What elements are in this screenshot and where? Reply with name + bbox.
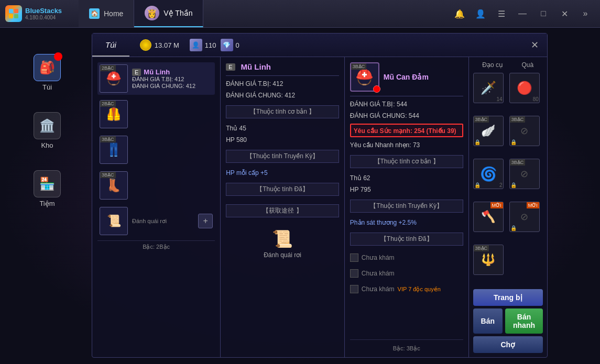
unchecked-label-3: Chưa khám [362,285,395,293]
stat-icon-1: 👤 [190,39,202,51]
equip-slot-4[interactable]: 3BẠC ⊘ 🔒 [509,116,540,146]
unchecked-label-1: Chưa khám [362,254,395,261]
equip-slot-2[interactable]: 🔴 80 [509,73,540,103]
equip-slot-7[interactable]: MỚI 🪓 [473,202,504,232]
left-sidebar: 🎒 Túi 🏛️ Kho 🏪 Tiệm [0,28,94,364]
svg-rect-3 [14,14,18,18]
right-stat-tb: ĐÁNH GIÁ T.BỊ: 544 [350,101,463,108]
bluestacks-logo: BlueStacks 4.180.0.4004 [0,5,79,22]
menu-button[interactable]: ☰ [492,4,511,23]
vip-label: VIP 7 độc quyền [398,286,441,293]
equip-slot-6[interactable]: 3BẠC ⊘ 🔒 [509,159,540,189]
right-detail-panel: 3BẠC ⛑️ Mũ Can Đảm ĐÁNH GIÁ T.BỊ: 544 ĐÁ… [345,57,469,357]
unchecked-row-3: Chưa khám VIP 7 độc quyền [350,285,463,293]
right-detail-thumb: 3BẠC ⛑️ [350,62,379,92]
left-stat-tb: ĐÁNH GIÁ T.BỊ: 412 [226,80,339,87]
left-section-co-ban: 【Thuộc tính cơ bản 】 [226,105,339,118]
left-thu: Thủ 45 [226,125,339,132]
bag-item-3[interactable]: 3BẠC 👖 [97,134,215,166]
stat-item-2: 💎 0 [221,39,239,51]
more-button[interactable]: » [576,4,595,23]
game-tab[interactable]: 👸 Vệ Thần [134,0,203,27]
scroll-icon: 📜 [107,214,121,228]
equip-slot-5[interactable]: 🌀 🔒 2 [473,159,504,189]
equip-slot-1[interactable]: 🗡️ 14 [473,73,504,103]
right-truyen-ky: Phản sát thương +2.5% [350,219,463,226]
tui-tab[interactable]: Túi [92,34,129,57]
bag-item-4[interactable]: 3BẠC 👢 [97,169,215,202]
stat-item-1: 👤 110 [190,39,216,51]
maximize-button[interactable]: □ [534,4,553,23]
equip-slot-8[interactable]: MỚI ⊘ 🔒 [509,202,540,232]
left-get-way: 【获取途径 】 [226,204,339,217]
sidebar-item-tui[interactable]: 🎒 Túi [34,54,61,91]
no-entry-icon-4: ⊘ [520,125,528,137]
warning-indicator [373,85,380,93]
sidebar-item-tiem[interactable]: 🏪 Tiệm [34,170,61,207]
slot-num-5: 2 [499,182,503,188]
svg-rect-1 [14,9,18,13]
action-buttons: Trang bị Bán Bán nhanh Chợ [473,289,543,353]
tui-tab-label: Túi [105,40,116,49]
home-tab[interactable]: 🏠 Home [79,0,134,27]
sell-fast-button[interactable]: Bán nhanh [505,308,543,334]
slot-badge-6: 3BẠC [510,159,526,166]
stat-suc-manh: Yêu cầu Sức mạnh: 254 (Thiếu 39) [354,127,456,135]
equip-button[interactable]: Trang bị [473,289,543,306]
item-thumb-3: 3BẠC 👖 [100,136,128,164]
left-hp: HP 580 [226,136,339,144]
left-section-truyen-ky: 【Thuộc tính Truyền Kỳ】 [226,150,339,163]
sidebar-item-kho[interactable]: 🏛️ Kho [34,112,61,149]
stat-icon-2: 💎 [221,39,233,51]
right-section-da: 【Thuộc tính Đã】 [350,233,463,246]
right-panel: Đạo cụ Quà 🗡️ 14 🔴 80 [469,57,547,357]
right-section-co-ban: 【Thuộc tính cơ bản 】 [350,155,463,168]
item-badge-1: 2BẠC [100,65,116,71]
bag-item-5[interactable]: 📜 Đánh quái rơi + [97,205,215,237]
sidebar-tiem-icon: 🏪 [34,170,61,197]
tui-badge [54,52,62,61]
equip-slot-3[interactable]: 3BẠC 🪽 🔒 [473,116,504,146]
minimize-button[interactable]: — [513,4,532,23]
slot-badge-3: 3BẠC [474,116,489,123]
bs-logo-icon [5,5,22,22]
currency-display: 13.07 M [140,39,179,51]
weapon-slot-icon: 🗡️ [481,81,496,95]
account-button[interactable]: 👤 [471,4,490,23]
item-thumb-2: 2BẠC 🦺 [100,100,128,128]
sell-market-row: Bán Bán nhanh [473,308,543,334]
sell-button[interactable]: Bán [473,308,503,334]
bag-item-1[interactable]: 2BẠC ⛑️ E Mũ Linh ĐÁNH GIÁ T.BỊ: 412 ĐÁN… [97,62,215,95]
panel-body: 2BẠC ⛑️ E Mũ Linh ĐÁNH GIÁ T.BỊ: 412 ĐÁN… [92,57,547,357]
no-entry-icon-8: ⊘ [520,211,528,223]
bell-button[interactable]: 🔔 [450,4,469,23]
lock-icon-3: 🔒 [474,139,481,145]
bs-logo-text: BlueStacks 4.180.0.4004 [25,7,62,20]
axe-slot-icon: 🪓 [481,210,495,224]
slot-num-2: 80 [533,96,539,102]
trident-slot-icon: 🔱 [481,253,495,267]
stat-suc-manh-highlight: Yêu cầu Sức mạnh: 254 (Thiếu 39) [350,124,463,137]
checkbox-1 [350,253,358,262]
right-item-badge: 3BẠC [351,63,367,70]
add-button[interactable]: + [198,214,213,228]
lock-icon-8: 🔒 [510,225,517,231]
scroll-area: 📜 Đánh quái rơi [226,224,339,259]
slot-num-1: 14 [496,96,502,102]
sidebar-kho-label: Kho [41,141,53,149]
unchecked-row-2: Chưa khám [350,269,463,278]
stat-nhanh-nhen: Yêu cầu Nhanh nhẹn: 73 [350,141,463,149]
item-stat-chung-1: ĐÁNH GIÁ CHUNG: 412 [132,83,213,89]
col-label-qua: Quà [522,61,534,69]
panel-close-button[interactable]: ✕ [527,38,542,52]
stat-value-2: 0 [236,41,239,49]
bag-footer: Bậc: 2Bậc [97,240,215,250]
bag-item-2[interactable]: 2BẠC 🦺 [97,98,215,130]
checkbox-2 [350,269,358,278]
checkbox-3 [350,285,358,293]
close-button[interactable]: ✕ [555,4,574,23]
armor-icon: 🦺 [106,107,122,122]
slot-badge-9: 3BẠC [474,245,489,251]
market-button[interactable]: Chợ [473,336,543,353]
equip-slot-9[interactable]: 3BẠC 🔱 [473,245,504,275]
